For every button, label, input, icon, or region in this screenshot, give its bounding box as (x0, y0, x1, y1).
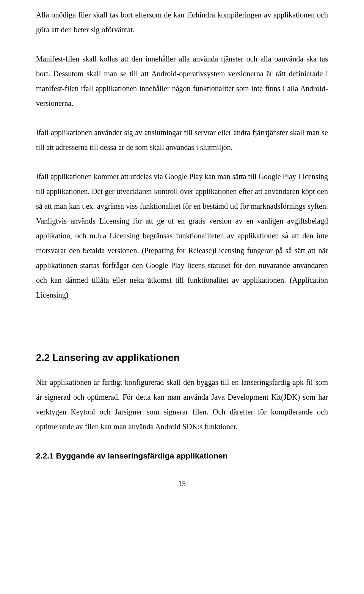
body-paragraph: Manifest-filen skall kollas att den inne… (36, 52, 328, 111)
document-page: Alla onödiga filer skall tas bort efters… (0, 0, 364, 503)
body-paragraph: Ifall applikationen kommer att utdelas v… (36, 169, 328, 303)
heading-section-2-2-1: 2.2.1 Byggande av lanseringsfärdiga appl… (36, 451, 328, 460)
heading-section-2-2: 2.2 Lansering av applikationen (36, 352, 328, 364)
page-number: 15 (36, 479, 328, 488)
body-paragraph: När applikationen är färdigt konfigurera… (36, 375, 328, 434)
body-paragraph: Alla onödiga filer skall tas bort efters… (36, 8, 328, 37)
body-paragraph: Ifall applikationen använder sig av ansl… (36, 125, 328, 155)
